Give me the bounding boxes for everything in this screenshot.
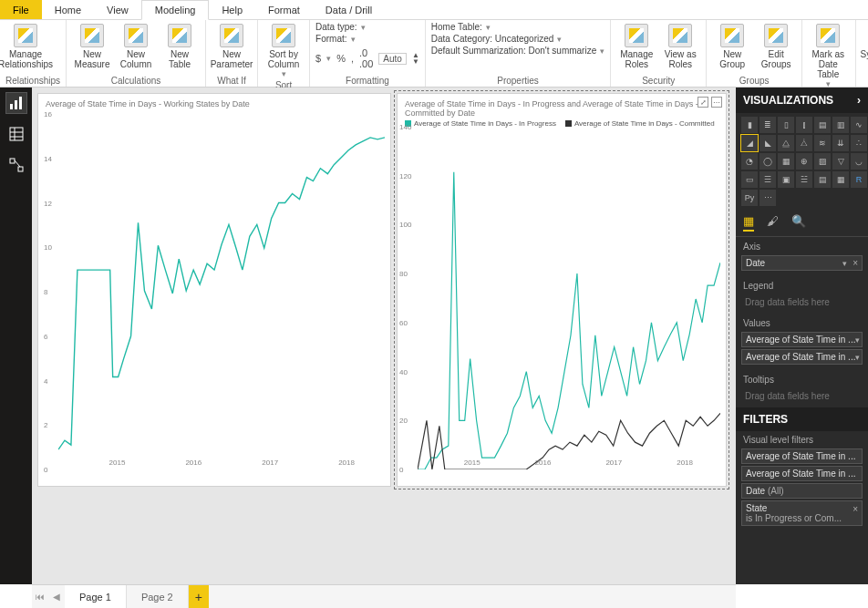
new-parameter-button[interactable]: NewParameter xyxy=(212,22,252,69)
viz-pie[interactable]: ◔ xyxy=(741,153,758,170)
new-table-button[interactable]: NewTable xyxy=(160,22,200,69)
viz-gauge[interactable]: ◡ xyxy=(851,153,867,170)
percent-button[interactable]: % xyxy=(336,53,346,64)
new-group-button[interactable]: NewGroup xyxy=(712,22,752,69)
manage-relationships-button[interactable]: ManageRelationships xyxy=(5,22,46,69)
menu-format[interactable]: Format xyxy=(255,0,313,19)
line-chart-svg xyxy=(58,114,385,469)
filters-header[interactable]: FILTERS xyxy=(736,407,868,431)
viz-line[interactable]: ∿ xyxy=(851,117,867,133)
viz-map[interactable]: ⊕ xyxy=(796,153,812,170)
new-measure-button[interactable]: NewMeasure xyxy=(72,22,112,69)
viz-multirow[interactable]: ☰ xyxy=(760,171,776,188)
values-well[interactable]: Average of State Time in ...▾ × Average … xyxy=(736,330,868,370)
viz-funnel[interactable]: ▽ xyxy=(832,153,849,170)
viz-clustered-bar[interactable]: ≣ xyxy=(760,117,776,133)
visual-filters-well[interactable]: Average of State Time in ... Average of … xyxy=(736,447,868,531)
menu-file[interactable]: File xyxy=(0,0,42,19)
report-view-icon[interactable] xyxy=(6,93,26,113)
edit-groups-button[interactable]: EditGroups xyxy=(756,22,796,69)
viz-filled-map[interactable]: ▨ xyxy=(814,153,831,170)
viz-area[interactable]: ◢ xyxy=(741,135,758,151)
summarization-dropdown[interactable]: ▾ xyxy=(600,46,604,56)
svg-rect-7 xyxy=(10,159,15,163)
hometable-dropdown[interactable]: ▾ xyxy=(486,23,491,32)
data-view-icon[interactable] xyxy=(6,124,26,144)
viz-matrix[interactable]: ▦ xyxy=(832,171,849,188)
model-view-icon[interactable] xyxy=(6,155,26,175)
menu-help[interactable]: Help xyxy=(209,0,255,19)
remove-icon[interactable]: × xyxy=(852,258,858,268)
manage-roles-button[interactable]: ManageRoles xyxy=(616,22,656,69)
viz-stacked-col[interactable]: ▯ xyxy=(778,117,794,133)
page-tab-2[interactable]: Page 2 xyxy=(127,585,189,608)
decimal-stepper[interactable]: .0 .00 xyxy=(359,47,373,69)
add-page-button[interactable]: + xyxy=(189,585,209,608)
tooltips-well[interactable]: Drag data fields here xyxy=(736,386,868,407)
label: NewParameter xyxy=(211,49,253,69)
new-column-button[interactable]: NewColumn xyxy=(116,22,156,69)
viz-clustered-col[interactable]: ⫿ xyxy=(796,117,812,133)
label: View asRoles xyxy=(665,49,697,69)
report-canvas[interactable]: Average of State Time in Days - Working … xyxy=(32,88,736,584)
viz-kpi[interactable]: ▣ xyxy=(778,171,794,188)
currency-button[interactable]: $ xyxy=(315,53,321,64)
viz-waterfall[interactable]: ⇊ xyxy=(832,135,849,151)
stepper-icon[interactable]: ▲▼ xyxy=(412,52,419,65)
viz-slicer[interactable]: ☱ xyxy=(796,171,812,188)
focus-mode-icon[interactable]: ⤢ xyxy=(698,97,708,108)
viz-card[interactable]: ▭ xyxy=(741,171,758,188)
value-field-1[interactable]: Average of State Time in ...▾ × xyxy=(741,332,863,347)
visual-line-chart-2[interactable]: ⤢ ⋯ Average of State Time in Days - In P… xyxy=(397,93,727,487)
viz-scatter[interactable]: ∴ xyxy=(851,135,867,151)
page-nav-first[interactable]: ⏮ xyxy=(32,585,48,608)
datatype-dropdown[interactable]: ▾ xyxy=(361,23,366,32)
menu-view[interactable]: View xyxy=(94,0,141,19)
value-field-2[interactable]: Average of State Time in ...▾ × xyxy=(741,349,863,365)
viz-ribbon[interactable]: ≋ xyxy=(814,135,831,151)
sort-by-column-button[interactable]: Sort byColumn▾ xyxy=(264,22,304,79)
viz-table[interactable]: ▤ xyxy=(814,171,831,188)
page-tab-1[interactable]: Page 1 xyxy=(65,585,127,608)
menu-modeling[interactable]: Modeling xyxy=(141,0,210,20)
filter-state[interactable]: State is In Progress or Com... × xyxy=(741,500,863,526)
viz-100-bar[interactable]: ▤ xyxy=(814,117,831,133)
viz-combo1[interactable]: ⧋ xyxy=(778,135,794,151)
viz-combo2[interactable]: ⧊ xyxy=(796,135,812,151)
comma-button[interactable]: , xyxy=(351,53,354,64)
viz-r[interactable]: R xyxy=(851,171,867,188)
more-options-icon[interactable]: ⋯ xyxy=(711,97,722,108)
viz-treemap[interactable]: ▦ xyxy=(778,153,794,170)
page-nav-prev[interactable]: ◀ xyxy=(48,585,65,608)
remove-icon[interactable]: × xyxy=(852,504,858,514)
datacategory-dropdown[interactable]: ▾ xyxy=(557,35,562,44)
mark-date-table-button[interactable]: Mark asDate Table▾ xyxy=(808,22,848,89)
legend-well[interactable]: Drag data fields here xyxy=(736,293,868,314)
format-tab-icon[interactable]: 🖌 xyxy=(767,214,779,232)
viz-100-col[interactable]: ▥ xyxy=(832,117,849,133)
synonyms-button[interactable]: Synonyms xyxy=(862,22,868,59)
filter-date[interactable]: Date (All) xyxy=(741,483,863,499)
filter-1[interactable]: Average of State Time in ... xyxy=(741,448,863,464)
format-dropdown[interactable]: ▾ xyxy=(351,35,356,44)
ribbon: ManageRelationships Relationships NewMea… xyxy=(0,20,868,88)
viz-donut[interactable]: ◯ xyxy=(760,153,776,170)
fields-tab-icon[interactable]: ▦ xyxy=(743,214,754,232)
filter-2[interactable]: Average of State Time in ... xyxy=(741,466,863,481)
viz-stacked-bar[interactable]: ▮ xyxy=(741,117,758,133)
viz-py[interactable]: Py xyxy=(741,190,758,206)
viz-import[interactable]: ⋯ xyxy=(760,190,776,206)
view-as-roles-button[interactable]: View asRoles xyxy=(660,22,700,69)
viz-stacked-area[interactable]: ◣ xyxy=(760,135,776,151)
visual-line-chart-1[interactable]: Average of State Time in Days - Working … xyxy=(37,93,391,487)
menu-datadrill[interactable]: Data / Drill xyxy=(313,0,385,19)
y-axis-label: 4 xyxy=(44,376,47,385)
chevron-right-icon[interactable]: › xyxy=(857,94,861,107)
menu-home[interactable]: Home xyxy=(42,0,94,19)
axis-well[interactable]: Date▾ × xyxy=(736,253,868,276)
auto-box[interactable]: Auto xyxy=(378,53,407,65)
parameter-icon xyxy=(220,24,243,47)
axis-field-date[interactable]: Date▾ × xyxy=(741,255,863,271)
visualizations-header[interactable]: VISUALIZATIONS› xyxy=(736,88,868,113)
analytics-tab-icon[interactable]: 🔍 xyxy=(791,214,806,232)
